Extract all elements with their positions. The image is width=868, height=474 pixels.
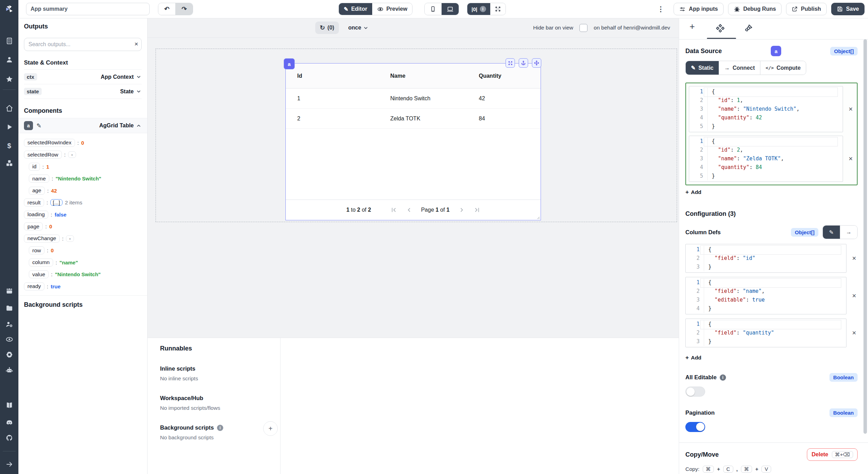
output-value[interactable]: [...] [50, 199, 62, 206]
component-header-row[interactable]: a ✎ AgGrid Table [18, 118, 147, 133]
save-button[interactable]: Save [831, 3, 865, 15]
remove-item-icon[interactable]: × [851, 254, 858, 262]
runs-play-icon[interactable] [0, 123, 18, 131]
output-key[interactable]: loading [24, 211, 48, 219]
fullscreen-button[interactable] [490, 3, 506, 15]
collapse-arrow-icon[interactable] [0, 460, 18, 468]
delete-component-button[interactable]: Delete ⌘+⌫ [807, 448, 858, 461]
resize-handle[interactable] [536, 215, 540, 219]
edit-mode-button[interactable]: ✎ [823, 226, 840, 239]
json-editor[interactable]: 1234{ "field": "name", "editable": true} [685, 277, 846, 314]
clear-search-icon[interactable]: × [134, 40, 138, 48]
next-page-icon[interactable] [459, 207, 465, 213]
desktop-view-button[interactable] [441, 3, 459, 15]
undo-button[interactable]: ↶ [158, 3, 175, 15]
panel-scrollbar[interactable] [863, 39, 867, 434]
output-key[interactable]: selectedRow [24, 151, 62, 159]
ctx-key[interactable]: ctx [24, 73, 37, 81]
chevron-up-icon[interactable] [136, 123, 142, 129]
resources-blocks-icon[interactable] [0, 159, 18, 167]
output-key[interactable]: selectedRowIndex [24, 139, 75, 147]
user-icon[interactable] [0, 56, 18, 64]
static-tab[interactable]: ✎Static [686, 61, 719, 75]
docs-book-icon[interactable] [0, 401, 18, 409]
table-cell[interactable]: 1 [286, 95, 379, 102]
output-key[interactable]: value [29, 270, 49, 278]
component-id-badge[interactable]: a [24, 121, 33, 130]
add-data-source-item-button[interactable]: +Add [685, 189, 701, 196]
output-key[interactable]: id [29, 163, 40, 171]
output-key[interactable]: ready [24, 282, 44, 290]
refresh-button[interactable]: ↻(0) [315, 22, 339, 34]
app-inputs-button[interactable]: App inputs [674, 3, 724, 15]
redo-button[interactable]: ↷ [175, 3, 193, 15]
table-cell[interactable]: Nintendo Switch [379, 95, 467, 102]
json-editor[interactable]: 12345{ "id": 2, "name": "Zelda TOTK", "q… [689, 136, 843, 182]
windmill-logo-icon[interactable] [0, 5, 18, 14]
workspace-icon[interactable] [0, 37, 18, 45]
prev-page-icon[interactable] [406, 207, 412, 213]
debug-runs-button[interactable]: Debug Runs [728, 3, 782, 15]
output-value[interactable]: - [66, 235, 74, 242]
favorites-star-icon[interactable] [0, 75, 18, 83]
all-editable-toggle[interactable] [685, 387, 705, 397]
output-key[interactable]: row [29, 246, 44, 254]
output-key[interactable]: result [24, 198, 44, 206]
settings-gear-icon[interactable] [0, 351, 18, 358]
column-header[interactable]: Quantity [467, 73, 541, 79]
connect-tab[interactable]: →Connect [719, 61, 760, 75]
search-outputs-input[interactable] [24, 38, 142, 51]
home-icon[interactable] [0, 104, 18, 112]
remove-item-icon[interactable]: × [851, 329, 858, 337]
github-icon[interactable] [0, 434, 18, 442]
table-cell[interactable]: 2 [286, 116, 379, 122]
more-menu-icon[interactable]: ⋮ [657, 5, 664, 13]
edit-id-pencil-icon[interactable]: ✎ [36, 122, 41, 129]
output-value[interactable]: - [68, 151, 76, 158]
column-header[interactable]: Name [379, 73, 467, 79]
aggrid-table-component[interactable]: a IdNameQuantity 1Nintendo Switch422Zeld… [285, 63, 541, 220]
json-editor[interactable]: 12345{ "id": 1, "name": "Nintendo Switch… [689, 86, 843, 132]
column-header[interactable]: Id [286, 73, 379, 79]
remove-item-icon[interactable]: × [851, 292, 858, 300]
component-id-tab[interactable]: a [284, 58, 295, 69]
ctx-row[interactable]: ctx App Context [24, 69, 142, 84]
add-column-def-button[interactable]: +Add [685, 354, 701, 361]
output-key[interactable]: newChange [24, 235, 60, 243]
state-row[interactable]: state State [24, 84, 142, 99]
editor-tab[interactable]: ✎Editor [339, 3, 372, 15]
remove-item-icon[interactable]: × [847, 155, 854, 163]
outputs-counter-button[interactable]: |0|i [467, 3, 490, 15]
first-page-icon[interactable] [391, 207, 397, 213]
compute-tab[interactable]: </>Compute [760, 61, 806, 75]
groups-users-gear-icon[interactable] [0, 321, 18, 328]
output-key[interactable]: age [29, 187, 45, 195]
ai-robot-icon[interactable] [0, 366, 18, 374]
discord-icon[interactable] [0, 419, 18, 426]
expand-component-button[interactable] [506, 58, 515, 68]
remove-item-icon[interactable]: × [847, 105, 854, 113]
output-key[interactable]: name [29, 175, 49, 183]
app-canvas[interactable]: ↻(0) once Hide bar on view on behalf of … [148, 18, 679, 338]
theme-tab-brush-icon[interactable] [744, 24, 753, 33]
audit-eye-icon[interactable] [0, 336, 18, 343]
table-cell[interactable]: 42 [467, 95, 541, 102]
state-key[interactable]: state [24, 88, 42, 95]
chevron-down-icon[interactable] [136, 74, 142, 80]
output-key[interactable]: column [29, 259, 53, 266]
add-background-script-button[interactable]: + [263, 421, 278, 436]
schedules-calendar-icon[interactable] [0, 287, 18, 295]
insert-tab-plus-icon[interactable]: + [690, 22, 695, 31]
json-editor[interactable]: 123{ "field": "quantity"} [685, 319, 846, 347]
folders-icon[interactable] [0, 304, 18, 312]
mobile-view-button[interactable] [425, 3, 441, 15]
table-cell[interactable]: 84 [467, 116, 541, 122]
pagination-toggle[interactable] [685, 422, 705, 432]
table-cell[interactable]: Zelda TOTK [379, 116, 467, 122]
refresh-mode-dropdown[interactable]: once [348, 22, 369, 34]
variables-dollar-icon[interactable]: $ [0, 142, 18, 150]
preview-tab[interactable]: Preview [372, 3, 412, 15]
publish-button[interactable]: Publish [786, 3, 827, 15]
settings-tab-components-icon[interactable] [716, 24, 725, 33]
move-component-button[interactable] [532, 58, 541, 68]
